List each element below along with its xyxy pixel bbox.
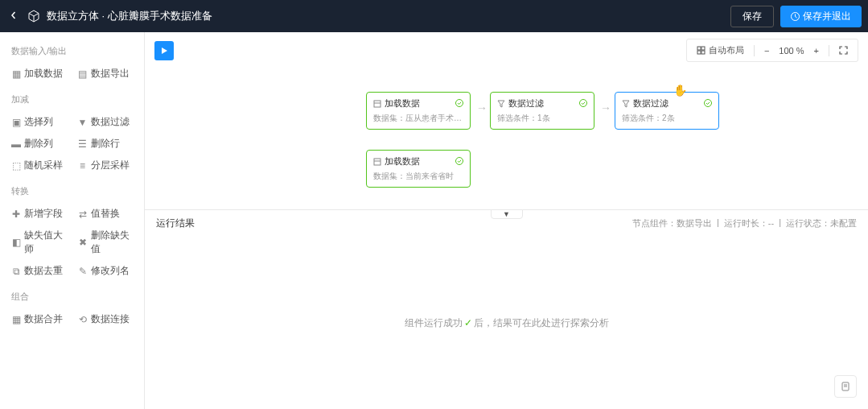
sidebar-item-label: 选择列 xyxy=(24,115,53,129)
node-subtitle: 筛选条件：1条 xyxy=(497,113,587,124)
node-title: 数据过滤 xyxy=(633,97,668,109)
component-icon: ▼ xyxy=(78,118,88,127)
sidebar-item[interactable]: ⇄值替换 xyxy=(73,204,138,224)
sidebar-section-title: 组合 xyxy=(0,287,144,306)
results-title: 运行结果 xyxy=(156,217,195,230)
component-icon: ☰ xyxy=(78,139,88,149)
sidebar-item[interactable]: ▬删除列 xyxy=(6,134,72,154)
svg-rect-10 xyxy=(374,159,381,165)
save-exit-label: 保存并退出 xyxy=(803,10,851,23)
svg-point-12 xyxy=(456,157,463,164)
node-status-icon xyxy=(704,99,712,109)
zoom-out-button[interactable]: − xyxy=(758,43,775,59)
node-type-icon xyxy=(497,100,505,108)
sidebar-item-label: 删除缺失值 xyxy=(91,229,134,256)
svg-rect-3 xyxy=(697,51,701,54)
component-icon: ⇄ xyxy=(78,209,88,219)
sidebar-item-label: 新增字段 xyxy=(24,207,63,221)
flow-node[interactable]: 数据过滤筛选条件：2条 xyxy=(615,92,719,130)
sidebar-item[interactable]: ▣选择列 xyxy=(6,112,72,132)
component-icon: ▬ xyxy=(11,139,21,149)
node-subtitle: 筛选条件：2条 xyxy=(622,113,712,124)
header: 数据立方体 · 心脏瓣膜手术数据准备 保存 保存并退出 xyxy=(0,0,868,32)
component-icon: ✚ xyxy=(11,209,21,219)
node-title: 加载数据 xyxy=(385,97,420,109)
sidebar-item-label: 数据连接 xyxy=(91,312,130,326)
back-button[interactable] xyxy=(6,7,21,25)
svg-point-8 xyxy=(580,99,587,106)
svg-rect-2 xyxy=(701,47,705,50)
sidebar-item-label: 数据过滤 xyxy=(91,115,130,129)
canvas-toolbar: 自动布局 − 100 % + xyxy=(145,32,868,68)
sidebar-item[interactable]: ✚新增字段 xyxy=(6,204,72,224)
sidebar-item[interactable]: ✎修改列名 xyxy=(73,261,138,281)
sidebar-item-label: 分层采样 xyxy=(91,159,130,172)
flow-node[interactable]: 加载数据数据集：压从患者手术信息… xyxy=(366,92,471,130)
component-icon: ◧ xyxy=(11,238,21,247)
auto-layout-button[interactable]: 自动布局 xyxy=(690,41,751,60)
panel-drag-handle[interactable]: ▼ xyxy=(491,209,523,219)
sidebar-item[interactable]: ☰删除行 xyxy=(73,134,138,154)
sidebar-item-label: 修改列名 xyxy=(91,264,130,278)
component-icon: ⬚ xyxy=(11,161,21,171)
node-title: 加载数据 xyxy=(385,155,420,167)
cursor-hand-icon: ✋ xyxy=(673,84,687,97)
sidebar-item-label: 数据合并 xyxy=(24,312,63,326)
page-title: 数据立方体 · 心脏瓣膜手术数据准备 xyxy=(47,9,212,23)
sidebar: 数据输入/输出▦加载数据▤数据导出加减▣选择列▼数据过滤▬删除列☰删除行⬚随机采… xyxy=(0,32,145,409)
sidebar-item-label: 数据导出 xyxy=(91,67,130,81)
save-button[interactable]: 保存 xyxy=(730,6,774,27)
node-status-icon xyxy=(455,157,463,167)
fit-button[interactable] xyxy=(833,43,854,58)
svg-rect-5 xyxy=(374,101,381,107)
node-type-icon xyxy=(622,100,630,108)
sidebar-item[interactable]: ▤数据导出 xyxy=(73,64,138,84)
sidebar-item[interactable]: ✖删除缺失值 xyxy=(73,225,138,259)
sidebar-item[interactable]: ▦数据合并 xyxy=(6,309,72,329)
sidebar-item[interactable]: ◧缺失值大师 xyxy=(6,225,72,259)
sidebar-item-label: 缺失值大师 xyxy=(24,229,67,256)
results-panel: ▼ 运行结果 节点组件：数据导出 | 运行时长：-- | 运行状态：未配置 组件… xyxy=(145,209,868,409)
component-icon: ▦ xyxy=(11,69,21,79)
sidebar-item[interactable]: ⟲数据连接 xyxy=(73,309,138,329)
sidebar-section-title: 数据输入/输出 xyxy=(0,42,144,60)
sidebar-item-label: 删除列 xyxy=(24,137,53,151)
sidebar-item-label: 加载数据 xyxy=(24,67,63,81)
component-icon: ⟲ xyxy=(78,315,88,324)
node-subtitle: 数据集：当前来省省时 xyxy=(373,171,463,182)
node-status-icon xyxy=(579,99,587,109)
sidebar-item[interactable]: ▦加载数据 xyxy=(6,64,72,84)
sidebar-item-label: 数据去重 xyxy=(24,264,63,278)
success-icon: ✓ xyxy=(464,317,472,328)
results-meta: 节点组件：数据导出 | 运行时长：-- | 运行状态：未配置 xyxy=(632,217,857,229)
svg-rect-1 xyxy=(697,47,701,50)
cube-icon xyxy=(27,10,40,23)
node-subtitle: 数据集：压从患者手术信息… xyxy=(373,113,463,124)
sidebar-item[interactable]: ⬚随机采样 xyxy=(6,155,72,176)
svg-point-7 xyxy=(456,99,463,106)
component-icon: ▤ xyxy=(78,69,88,79)
sidebar-section-title: 加减 xyxy=(0,90,144,109)
component-icon: ≡ xyxy=(78,161,88,171)
sidebar-item-label: 随机采样 xyxy=(24,159,63,172)
node-status-icon xyxy=(455,99,463,109)
save-exit-button[interactable]: 保存并退出 xyxy=(780,6,862,27)
run-button[interactable] xyxy=(154,41,174,60)
component-icon: ✖ xyxy=(78,238,88,247)
sidebar-item[interactable]: ⧉数据去重 xyxy=(6,261,72,281)
node-type-icon xyxy=(373,158,381,166)
float-doc-button[interactable] xyxy=(834,375,857,398)
sidebar-item-label: 删除行 xyxy=(91,137,120,151)
arrow-icon: → xyxy=(476,101,487,114)
zoom-in-button[interactable]: + xyxy=(808,43,825,59)
node-title: 数据过滤 xyxy=(508,97,544,109)
sidebar-item[interactable]: ≡分层采样 xyxy=(73,155,138,176)
results-body: 组件运行成功✓后，结果可在此处进行探索分析 xyxy=(145,237,868,409)
arrow-icon: → xyxy=(600,101,611,114)
flow-node[interactable]: 数据过滤筛选条件：1条 xyxy=(490,92,594,130)
zoom-level: 100 % xyxy=(779,46,804,56)
sidebar-item[interactable]: ▼数据过滤 xyxy=(73,112,138,132)
component-icon: ⧉ xyxy=(11,266,21,276)
flow-node[interactable]: 加载数据数据集：当前来省省时 xyxy=(366,150,471,188)
sidebar-item-label: 值替换 xyxy=(91,207,120,221)
